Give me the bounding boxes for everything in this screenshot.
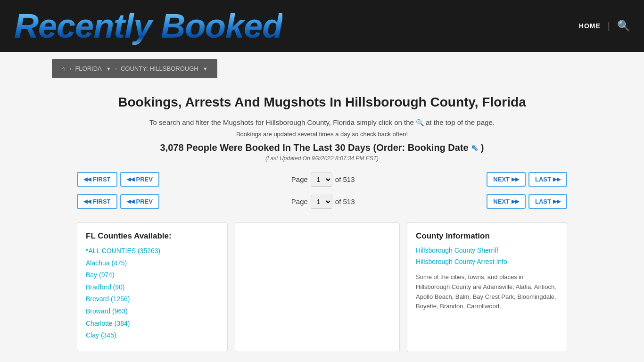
page-center-top: Page 1 of 513 [291,173,355,187]
first-button-top[interactable]: ◀◀ FIRST [77,172,117,187]
prev-button-bottom[interactable]: ◀◀ PREV [120,194,159,209]
nav-area: HOME | 🔍 [579,20,630,32]
booking-count: 3,078 People Were Booked In The Last 30 … [77,142,567,153]
booking-count-close: ) [481,142,484,153]
arrest-info-link[interactable]: Hillsborough County Arrest Info [416,258,558,265]
main-content: Bookings, Arrests And Mugshots In Hillsb… [63,78,581,362]
county-info-heading: County Information [416,231,558,241]
page-nav-right-bottom: NEXT ▶▶ LAST ▶▶ [487,194,567,209]
first-label-bottom: FIRST [93,198,111,205]
of-label-top: of 513 [335,175,355,183]
prev-label-bottom: PREV [136,198,153,205]
next-icon-bottom: ▶▶ [512,198,519,205]
desc-part1: To search and filter the Mugshots for Hi… [149,118,414,126]
search-icon-button[interactable]: 🔍 [617,20,630,32]
next-button-bottom[interactable]: NEXT ▶▶ [487,194,526,209]
pagination-bottom: ◀◀ FIRST ◀◀ PREV Page 1 of 513 NEXT ▶▶ L… [77,192,567,211]
page-nav-left-top: ◀◀ FIRST ◀◀ PREV [77,172,159,187]
inline-search-icon: 🔍 [416,119,426,126]
next-icon-top: ▶▶ [512,176,519,182]
pagination-top: ◀◀ FIRST ◀◀ PREV Page 1 of 513 NEXT ▶▶ L… [77,170,567,189]
middle-column [235,222,400,352]
county-link-broward[interactable]: Broward (963) [86,307,219,316]
update-note: Bookings are updated several times a day… [77,131,567,138]
page-label-top: Page [291,175,308,183]
description-text: To search and filter the Mugshots for Hi… [77,117,567,128]
last-updated: (Last Updated On 9/9/2022 8:07:34 PM EST… [77,155,567,162]
county-link-alachua[interactable]: Alachua (475) [86,259,219,268]
county-link[interactable]: COUNTY: HILLSBOROUGH [121,65,198,72]
next-button-top[interactable]: NEXT ▶▶ [487,172,526,187]
next-label-top: NEXT [493,176,510,183]
county-link-charlotte[interactable]: Charlotte (384) [86,319,219,329]
page-center-bottom: Page 1 of 513 [291,195,355,209]
last-label-bottom: LAST [535,198,551,205]
breadcrumb-sep-1: › [69,65,71,72]
next-label-bottom: NEXT [493,198,510,205]
home-icon: ⌂ [61,65,66,73]
site-title[interactable]: Recently Booked [14,7,282,45]
counties-column: FL Counties Available: *ALL COUNTIES (35… [77,222,228,352]
florida-dropdown-icon: ▼ [106,66,111,72]
page-label-bottom: Page [291,197,308,206]
prev-icon-top: ◀◀ [127,176,134,182]
county-dropdown-icon: ▼ [203,66,208,72]
nav-divider: | [608,21,610,32]
columns-area: FL Counties Available: *ALL COUNTIES (35… [77,222,567,352]
first-label-top: FIRST [93,176,111,183]
last-label-top: LAST [535,176,551,183]
breadcrumb: ⌂ › FLORIDA ▼ › COUNTY: HILLSBOROUGH ▼ [52,59,217,78]
sort-icon[interactable]: ⇖ [471,143,478,153]
page-select-top[interactable]: 1 [311,173,332,187]
last-button-top[interactable]: LAST ▶▶ [528,172,567,187]
counties-heading: FL Counties Available: [86,231,219,241]
county-link-clay[interactable]: Clay (345) [86,331,219,340]
page-select-bottom[interactable]: 1 [311,195,332,209]
desc-part2: at the top of the page. [426,118,495,126]
county-link-bay[interactable]: Bay (974) [86,271,219,280]
breadcrumb-home[interactable]: ⌂ [61,65,66,73]
page-nav-left-bottom: ◀◀ FIRST ◀◀ PREV [77,194,159,209]
first-icon-bottom: ◀◀ [83,198,91,205]
county-link-brevard[interactable]: Brevard (1256) [86,295,219,304]
county-description: Some of the cities, towns, and places in… [416,272,558,312]
florida-link[interactable]: FLORIDA [75,65,101,72]
last-icon-top: ▶▶ [553,176,561,182]
last-button-bottom[interactable]: LAST ▶▶ [528,194,567,209]
prev-label-top: PREV [136,176,153,183]
prev-button-top[interactable]: ◀◀ PREV [120,172,159,187]
first-icon-top: ◀◀ [83,176,91,182]
breadcrumb-county[interactable]: COUNTY: HILLSBOROUGH ▼ [121,65,208,72]
page-nav-right-top: NEXT ▶▶ LAST ▶▶ [487,172,567,187]
county-link-bradford[interactable]: Bradford (90) [86,283,219,292]
prev-icon-bottom: ◀◀ [127,198,134,205]
breadcrumb-sep-2: › [115,65,117,72]
last-icon-bottom: ▶▶ [553,198,561,205]
county-link-all[interactable]: *ALL COUNTIES (35263) [86,247,219,256]
sherriff-link[interactable]: Hillsborough County Sherriff [416,247,558,254]
nav-home-link[interactable]: HOME [579,22,601,30]
page-heading: Bookings, Arrests And Mugshots In Hillsb… [77,95,567,110]
of-label-bottom: of 513 [335,197,355,206]
site-header: Recently Booked HOME | 🔍 [0,0,644,52]
breadcrumb-florida[interactable]: FLORIDA ▼ [75,65,111,72]
first-button-bottom[interactable]: ◀◀ FIRST [77,194,117,209]
county-info-column: County Information Hillsborough County S… [407,222,567,352]
booking-count-text: 3,078 People Were Booked In The Last 30 … [160,142,468,153]
